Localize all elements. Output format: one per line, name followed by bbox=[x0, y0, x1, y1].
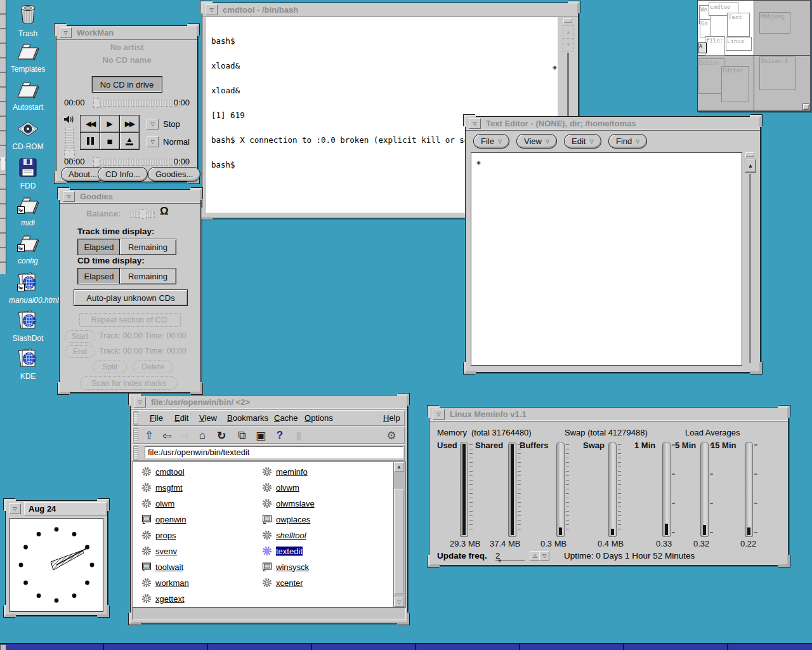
scroll-up-icon[interactable]: ▲ bbox=[745, 159, 756, 173]
goodies-button[interactable]: Goodies... bbox=[148, 167, 200, 182]
file-link[interactable]: workman bbox=[155, 578, 189, 588]
cd-elapsed-button[interactable]: Elapsed bbox=[77, 268, 121, 284]
file-item[interactable]: olwm bbox=[141, 496, 174, 510]
file-link[interactable]: olwmslave bbox=[276, 499, 315, 508]
play-mode-menu-button[interactable]: ▽ bbox=[147, 119, 159, 129]
editor-text-area[interactable]: ◈ bbox=[471, 152, 742, 366]
window-menu-button[interactable]: ▽ bbox=[9, 503, 21, 514]
scrollbar-track[interactable] bbox=[749, 174, 751, 363]
panel-edge-strip[interactable] bbox=[0, 0, 6, 274]
locationbar-grip[interactable] bbox=[133, 446, 138, 460]
load1-gauge[interactable] bbox=[662, 442, 671, 537]
play-button[interactable]: ▶ bbox=[100, 115, 120, 133]
file-link[interactable]: owplaces bbox=[276, 515, 310, 524]
file-link[interactable]: openwin bbox=[155, 515, 186, 524]
meminfo-titlebar[interactable]: ▽ Linux Meminfo v1.1 bbox=[429, 408, 788, 421]
file-item-selected[interactable]: textedit bbox=[262, 544, 303, 558]
menu-options[interactable]: Options bbox=[304, 413, 333, 423]
goodies-titlebar[interactable]: ▽ Goodies bbox=[60, 190, 200, 204]
shared-gauge[interactable] bbox=[508, 442, 516, 537]
window-menu-button[interactable]: ▽ bbox=[134, 397, 146, 408]
menu-edit[interactable]: Edit bbox=[174, 413, 188, 423]
file-item[interactable]: xgettext bbox=[141, 592, 185, 606]
scroll-up-icon[interactable]: ▲ bbox=[563, 25, 574, 39]
view-menu-button[interactable]: View▽ bbox=[516, 134, 557, 149]
window-menu-button[interactable]: ▽ bbox=[469, 118, 481, 129]
file-item[interactable]: xcenter bbox=[262, 576, 303, 590]
scrollbar-anchor[interactable] bbox=[745, 152, 754, 157]
cmdtool-titlebar[interactable]: ▽ cmdtool - /bin/bash bbox=[202, 3, 578, 17]
desktop-icon-config[interactable]: config bbox=[9, 234, 47, 265]
file-item[interactable]: olvwm bbox=[262, 481, 299, 494]
swap-gauge[interactable] bbox=[608, 442, 617, 537]
texteditor-titlebar[interactable]: ▽ Text Editor - (NONE), dir; /home/tomas bbox=[466, 117, 760, 131]
track-position-slider[interactable] bbox=[93, 100, 180, 107]
pager-window-texteditor[interactable]: Text bbox=[727, 13, 750, 37]
desktop-icon-trash[interactable]: Trash bbox=[9, 4, 47, 38]
desktop-icon-autostart[interactable]: Autostart bbox=[9, 80, 47, 112]
file-menu-button[interactable]: File▽ bbox=[473, 134, 509, 149]
scroll-down-icon[interactable]: ▽ bbox=[394, 597, 404, 607]
file-item[interactable]: winsysck bbox=[262, 560, 309, 574]
file-link[interactable]: textedit bbox=[276, 547, 303, 556]
filemanager-titlebar[interactable]: ▽ file:/usr/openwin/bin/ <2> bbox=[131, 395, 407, 409]
desktop-icon-midi[interactable]: midi bbox=[9, 196, 47, 227]
menu-cache[interactable]: Cache bbox=[274, 413, 298, 423]
back-icon[interactable]: ⇦ bbox=[160, 428, 174, 442]
pager-desktop-4[interactable]: Shisen-S bbox=[754, 56, 811, 111]
file-item[interactable]: meminfo bbox=[262, 465, 308, 479]
track-elapsed-button[interactable]: Elapsed bbox=[77, 239, 121, 255]
drive-status-button[interactable]: No CD in drive bbox=[92, 76, 162, 93]
file-link[interactable]: olwm bbox=[155, 499, 174, 508]
pager-window-shisen[interactable]: Shisen-S bbox=[759, 56, 796, 90]
desktop-icon-manual00[interactable]: manual00.html bbox=[9, 272, 47, 305]
pager-window-editor2[interactable]: Editor bbox=[721, 66, 749, 102]
file-item[interactable]: shelltool bbox=[262, 528, 306, 542]
file-item[interactable]: olwmslave bbox=[262, 496, 315, 510]
bell-icon[interactable]: Ω bbox=[160, 205, 169, 218]
file-item[interactable]: svenv bbox=[141, 544, 177, 558]
menu-file[interactable]: File bbox=[150, 413, 163, 423]
location-input[interactable] bbox=[145, 446, 403, 458]
autoplay-button[interactable]: Auto-play unknown CDs bbox=[74, 289, 188, 306]
used-gauge[interactable] bbox=[460, 442, 468, 537]
file-link[interactable]: cmdtool bbox=[155, 467, 185, 477]
forward-icon[interactable]: ⇨ bbox=[178, 428, 192, 442]
order-mode-menu-button[interactable]: ▽ bbox=[147, 136, 159, 147]
spinner-up-button[interactable]: △ bbox=[530, 551, 540, 560]
file-link[interactable]: olvwm bbox=[276, 483, 299, 493]
load5-gauge[interactable] bbox=[700, 442, 709, 537]
pause-button[interactable] bbox=[80, 132, 100, 150]
file-link[interactable]: winsysck bbox=[276, 562, 309, 572]
pager-window-filemanager[interactable]: file: bbox=[705, 36, 725, 56]
scrollbar-thumb[interactable] bbox=[394, 489, 404, 594]
file-link[interactable]: toolwait bbox=[155, 562, 183, 572]
pager-resize-handle[interactable] bbox=[802, 103, 809, 110]
volume-slider[interactable] bbox=[65, 128, 74, 158]
up-icon[interactable]: ⇧ bbox=[142, 428, 156, 442]
menubar-grip[interactable] bbox=[133, 411, 138, 425]
toolbar-grip[interactable] bbox=[133, 428, 138, 442]
desktop-icon-slashdot[interactable]: SlashDot bbox=[9, 310, 47, 343]
file-link[interactable]: xgettext bbox=[155, 594, 185, 604]
pager-desktop-3[interactable]: Editor Editor bbox=[698, 56, 754, 111]
paste-icon[interactable]: ▣ bbox=[254, 428, 268, 442]
pager-window-meminfo[interactable]: Linux bbox=[726, 37, 752, 51]
texteditor-scrollbar[interactable]: ▲ bbox=[743, 152, 757, 364]
desktop-icon-cdrom[interactable]: CD-ROM bbox=[9, 119, 47, 151]
pager-icon-clock[interactable]: A bbox=[698, 43, 707, 53]
window-menu-button[interactable]: ▽ bbox=[206, 4, 218, 15]
desktop-icon-kde[interactable]: KDE bbox=[9, 348, 47, 381]
pager-window-goodies[interactable]: Go bbox=[700, 19, 710, 37]
balance-slider[interactable] bbox=[131, 211, 155, 218]
file-item[interactable]: openwin bbox=[141, 512, 186, 526]
file-link-symlink[interactable]: shelltool bbox=[276, 531, 306, 540]
file-item[interactable]: cmdtool bbox=[141, 465, 185, 479]
kde-gear-icon[interactable]: ⚙ bbox=[384, 428, 398, 442]
reload-icon[interactable]: ↻ bbox=[214, 428, 228, 442]
file-link[interactable]: svenv bbox=[155, 547, 177, 556]
find-menu-button[interactable]: Find▽ bbox=[608, 134, 647, 149]
home-icon[interactable]: ⌂ bbox=[195, 428, 209, 442]
file-item[interactable]: workman bbox=[141, 576, 189, 590]
menu-help[interactable]: Help bbox=[383, 413, 400, 423]
